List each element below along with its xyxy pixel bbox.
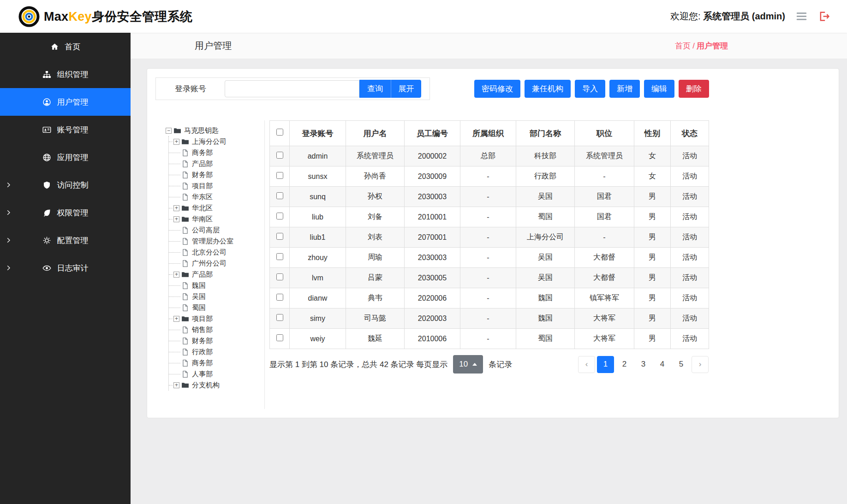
- table-row[interactable]: liub刘备2010001-蜀国国君男活动: [270, 207, 709, 227]
- tree-node[interactable]: +项目部: [169, 313, 264, 324]
- tree-node-label[interactable]: 马克思钥匙: [183, 126, 220, 135]
- menu-icon[interactable]: [795, 10, 808, 23]
- tree-node-label[interactable]: 分支机构: [191, 381, 221, 390]
- table-row[interactable]: sunsx孙尚香2030009-行政部-女活动: [270, 166, 709, 187]
- tree-node-label[interactable]: 产品部: [191, 270, 214, 279]
- tree-node[interactable]: 产品部: [169, 158, 264, 169]
- tree-toggle-icon[interactable]: −: [166, 128, 172, 134]
- select-all-checkbox[interactable]: [276, 129, 283, 136]
- row-checkbox[interactable]: [276, 253, 283, 260]
- tree-node-label[interactable]: 项目部: [191, 314, 214, 323]
- tree-node[interactable]: +华南区: [169, 213, 264, 225]
- table-row[interactable]: simy司马懿2020003-魏国大将军男活动: [270, 308, 709, 329]
- tree-node[interactable]: +华北区: [169, 202, 264, 213]
- tree-node[interactable]: 人事部: [169, 368, 264, 379]
- table-row[interactable]: dianw典韦2020006-魏国镇军将军男活动: [270, 288, 709, 308]
- page-size-dropdown[interactable]: 10: [453, 355, 483, 374]
- delete-button[interactable]: 删除: [679, 80, 709, 98]
- tree-toggle-icon[interactable]: +: [173, 139, 179, 145]
- tree-node-label[interactable]: 吴国: [191, 292, 207, 301]
- breadcrumb-item[interactable]: 首页: [675, 42, 691, 50]
- adjunct-org-button[interactable]: 兼任机构: [525, 80, 571, 98]
- import-button[interactable]: 导入: [575, 80, 605, 98]
- tree-node-label[interactable]: 上海分公司: [191, 137, 227, 146]
- tree-node-label[interactable]: 行政部: [191, 348, 214, 356]
- sidebar-item-account-management[interactable]: 账号管理: [0, 116, 131, 143]
- tree-toggle-icon[interactable]: +: [173, 316, 179, 322]
- row-checkbox[interactable]: [276, 192, 283, 199]
- page-button-5[interactable]: 5: [673, 356, 690, 373]
- tree-node[interactable]: 商务部: [169, 147, 264, 158]
- query-button[interactable]: 查询: [359, 80, 391, 98]
- expand-button[interactable]: 展开: [391, 80, 421, 98]
- table-row[interactable]: lvm吕蒙2030005-吴国大都督男活动: [270, 268, 709, 288]
- tree-root[interactable]: −马克思钥匙: [166, 125, 264, 136]
- tree-node[interactable]: 华东区: [169, 191, 264, 202]
- edit-button[interactable]: 编辑: [644, 80, 674, 98]
- row-checkbox[interactable]: [276, 152, 283, 159]
- tree-node[interactable]: 吴国: [169, 291, 264, 302]
- table-row[interactable]: weiy魏延2010006-蜀国大将军男活动: [270, 329, 709, 349]
- tree-node-label[interactable]: 管理层办公室: [191, 237, 234, 246]
- tree-node[interactable]: 公司高层: [169, 225, 264, 236]
- tree-node[interactable]: 财务部: [169, 335, 264, 346]
- sidebar-item-org-management[interactable]: 组织管理: [0, 60, 131, 88]
- tree-node[interactable]: 蜀国: [169, 302, 264, 313]
- tree-node-label[interactable]: 公司高层: [191, 226, 221, 235]
- tree-node-label[interactable]: 蜀国: [191, 303, 207, 312]
- tree-node[interactable]: 财务部: [169, 169, 264, 180]
- tree-toggle-icon[interactable]: +: [173, 382, 179, 388]
- tree-node[interactable]: 项目部: [169, 180, 264, 191]
- tree-node[interactable]: 广州分公司: [169, 258, 264, 269]
- row-checkbox[interactable]: [276, 334, 283, 341]
- row-checkbox[interactable]: [276, 233, 283, 240]
- tree-node-label[interactable]: 销售部: [191, 326, 214, 334]
- next-page-button[interactable]: ›: [692, 356, 709, 373]
- prev-page-button[interactable]: ‹: [578, 356, 595, 373]
- sidebar-item-app-management[interactable]: 应用管理: [0, 143, 131, 171]
- password-modify-button[interactable]: 密码修改: [474, 80, 520, 98]
- tree-node-label[interactable]: 财务部: [191, 337, 214, 345]
- tree-node[interactable]: +产品部: [169, 269, 264, 280]
- sidebar-item-config-management[interactable]: 配置管理: [0, 226, 131, 254]
- table-row[interactable]: liub1刘表2070001-上海分公司-男活动: [270, 227, 709, 248]
- tree-node-label[interactable]: 财务部: [191, 171, 214, 179]
- sidebar-item-home[interactable]: 首页: [0, 33, 131, 60]
- tree-node[interactable]: 行政部: [169, 346, 264, 357]
- sidebar-item-log-audit[interactable]: 日志审计: [0, 254, 131, 282]
- row-checkbox[interactable]: [276, 314, 283, 321]
- tree-node[interactable]: 销售部: [169, 324, 264, 335]
- tree-node-label[interactable]: 人事部: [191, 370, 214, 379]
- tree-node-label[interactable]: 华南区: [191, 215, 214, 224]
- row-checkbox[interactable]: [276, 273, 283, 280]
- tree-node-label[interactable]: 商务部: [191, 359, 214, 368]
- tree-node-label[interactable]: 广州分公司: [191, 259, 227, 268]
- tree-toggle-icon[interactable]: +: [173, 272, 179, 278]
- tree-node-label[interactable]: 魏国: [191, 281, 207, 290]
- tree-node-label[interactable]: 商务部: [191, 148, 214, 157]
- tree-node[interactable]: 商务部: [169, 357, 264, 368]
- tree-node[interactable]: +上海分公司: [169, 136, 264, 147]
- table-row[interactable]: admin系统管理员2000002总部科技部系统管理员女活动: [270, 146, 709, 166]
- sidebar-item-user-management[interactable]: 用户管理: [0, 88, 131, 116]
- add-button[interactable]: 新增: [609, 80, 640, 98]
- tree-node[interactable]: 北京分公司: [169, 247, 264, 258]
- page-button-4[interactable]: 4: [654, 356, 671, 373]
- tree-node[interactable]: +分支机构: [169, 379, 264, 391]
- page-button-1[interactable]: 1: [597, 356, 614, 373]
- sidebar-item-permission-management[interactable]: 权限管理: [0, 199, 131, 226]
- tree-node-label[interactable]: 华北区: [191, 204, 214, 213]
- page-button-3[interactable]: 3: [635, 356, 652, 373]
- table-row[interactable]: sunq孙权2030003-吴国国君男活动: [270, 187, 709, 207]
- tree-toggle-icon[interactable]: +: [173, 205, 179, 211]
- row-checkbox[interactable]: [276, 172, 283, 179]
- tree-node-label[interactable]: 产品部: [191, 160, 214, 168]
- tree-node-label[interactable]: 华东区: [191, 193, 214, 202]
- tree-toggle-icon[interactable]: +: [173, 216, 179, 222]
- sidebar-item-access-control[interactable]: 访问控制: [0, 171, 131, 199]
- tree-node[interactable]: 魏国: [169, 280, 264, 291]
- page-button-2[interactable]: 2: [616, 356, 633, 373]
- tree-node[interactable]: 管理层办公室: [169, 236, 264, 247]
- logout-icon[interactable]: [818, 10, 830, 23]
- tree-node-label[interactable]: 项目部: [191, 182, 214, 190]
